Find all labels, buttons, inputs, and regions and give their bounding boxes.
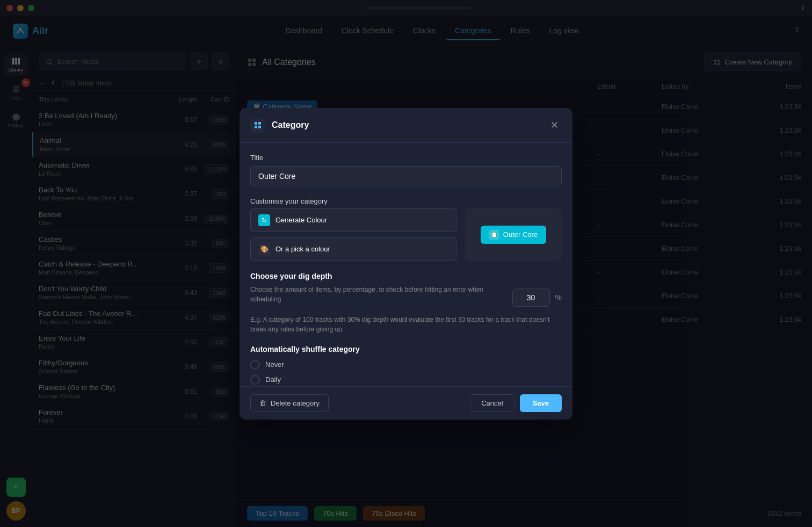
category-modal: Category ✕ Title Customise your category… — [240, 108, 572, 420]
dig-depth-unit: % — [555, 293, 562, 302]
category-preview-chip: 📋 Outer Core — [481, 226, 546, 244]
delete-label: Delete category — [271, 399, 320, 407]
modal-overlay[interactable]: Category ✕ Title Customise your category… — [0, 0, 812, 527]
footer-right: Cancel Save — [470, 394, 562, 412]
modal-footer: 🗑 Delete category Cancel Save — [240, 386, 572, 420]
modal-close-button[interactable]: ✕ — [547, 118, 562, 133]
dig-depth-input[interactable] — [512, 288, 550, 307]
shuffle-daily-radio[interactable] — [250, 375, 260, 385]
dig-depth-row: Choose the amount of items, by percentag… — [250, 285, 562, 311]
customise-label: Customise your category — [250, 197, 562, 205]
pick-colour-label: Or a pick a colour — [276, 245, 330, 253]
svg-rect-21 — [255, 126, 257, 128]
modal-header: Category ✕ — [240, 108, 572, 143]
shuffle-section: Automatically shuffle category Never Dai… — [250, 345, 562, 385]
dig-depth-header: Choose your dig depth — [250, 272, 562, 280]
dig-depth-section: Choose your dig depth Choose the amount … — [250, 272, 562, 334]
save-button[interactable]: Save — [520, 394, 562, 412]
shuffle-never-option[interactable]: Never — [250, 360, 562, 370]
shuffle-header: Automatically shuffle category — [250, 345, 562, 353]
cancel-button[interactable]: Cancel — [470, 394, 514, 412]
modal-header-icon — [250, 118, 265, 133]
pick-colour-icon: 🎨 — [258, 243, 270, 255]
customise-section: ↻ Generate Colour 🎨 Or a pick a colour 📋… — [250, 208, 562, 261]
pick-colour-button[interactable]: 🎨 Or a pick a colour — [250, 237, 456, 261]
svg-rect-20 — [258, 122, 261, 125]
shuffle-daily-label: Daily — [265, 376, 281, 384]
dig-depth-desc: Choose the amount of items, by percentag… — [250, 285, 507, 304]
generate-colour-button[interactable]: ↻ Generate Colour — [250, 208, 456, 232]
shuffle-never-radio[interactable] — [250, 360, 260, 370]
customise-left: ↻ Generate Colour 🎨 Or a pick a colour — [250, 208, 456, 261]
category-title-input[interactable] — [250, 166, 562, 186]
gen-colour-icon: ↻ — [258, 214, 270, 226]
modal-title: Category — [272, 120, 309, 130]
preview-doc-icon: 📋 — [489, 230, 499, 240]
category-modal-icon — [253, 121, 262, 129]
preview-chip-text: Outer Core — [503, 230, 538, 239]
dig-depth-example: E.g. A category of 100 tracks with 30% d… — [250, 315, 562, 334]
svg-rect-22 — [258, 126, 261, 128]
shuffle-never-label: Never — [265, 360, 284, 369]
gen-colour-label: Generate Colour — [276, 216, 327, 224]
customise-preview: 📋 Outer Core — [465, 208, 562, 261]
svg-rect-19 — [255, 122, 257, 125]
title-label: Title — [250, 154, 562, 162]
delete-category-button[interactable]: 🗑 Delete category — [250, 394, 329, 412]
trash-icon: 🗑 — [259, 399, 266, 407]
modal-body: Title Customise your category ↻ Generate… — [240, 143, 572, 386]
shuffle-daily-option[interactable]: Daily — [250, 375, 562, 385]
